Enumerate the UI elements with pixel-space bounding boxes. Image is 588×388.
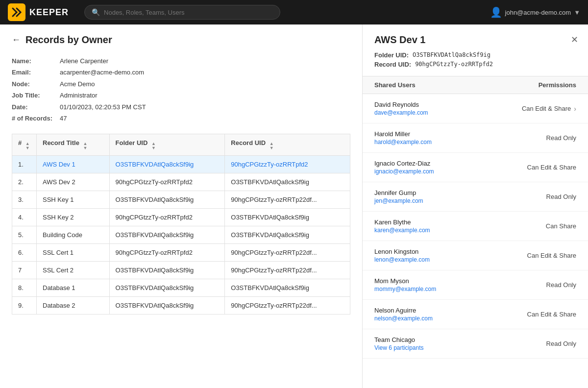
cell-num: 2. xyxy=(12,173,37,191)
shared-users-label: Shared Users xyxy=(374,81,416,89)
table-row[interactable]: 7SSL Cert 2O3STBFKVDAtlQa8ckSf9ig90hgCPG… xyxy=(12,262,350,279)
col-num[interactable]: # ▲▼ xyxy=(12,134,37,156)
record-uid-label: Record UID: xyxy=(374,61,411,68)
user-info: Jennifer Gumpjen@example.com xyxy=(374,189,423,204)
user-info: Ignacio Cortez-Diazignacio@example.com xyxy=(374,160,434,175)
cell-title: Database 1 xyxy=(37,279,110,297)
cell-folder-uid: O3STBFKVDAtlQa8ckSf9ig xyxy=(109,262,225,279)
shared-user-row[interactable]: Mom Mysonmommy@example.comRead Only xyxy=(363,270,588,300)
user-email: jen@example.com xyxy=(374,197,423,204)
cell-record-uid: 90hgCPGtzzTy-ozRRTp22df... xyxy=(225,191,350,209)
cell-record-uid: 90hgCPGtzzTy-ozRRTp22df... xyxy=(225,297,350,315)
user-name: Nelson Aguirre xyxy=(374,307,433,314)
permission-label: Read Only xyxy=(546,281,576,289)
shared-user-row[interactable]: Nelson Aguirrenelson@example.comCan Edit… xyxy=(363,300,588,329)
user-name: Ignacio Cortez-Diaz xyxy=(374,160,434,167)
global-search-bar[interactable]: 🔍 xyxy=(84,5,280,20)
chevron-down-icon: ▼ xyxy=(574,9,580,16)
cell-title[interactable]: AWS Dev 1 xyxy=(37,156,110,173)
table-header: # ▲▼ Record Title ▲▼ Folder UID ▲▼ Recor… xyxy=(12,134,350,156)
user-name: Karen Blythe xyxy=(374,218,430,226)
user-menu[interactable]: 👤 john@acme-demo.com ▼ xyxy=(490,6,580,18)
meta-node-row: Node: Acme Demo xyxy=(12,78,350,90)
permission-label: Read Only xyxy=(546,193,576,200)
cell-num: 8. xyxy=(12,279,37,297)
chevron-right-icon: › xyxy=(574,105,576,113)
node-value: Acme Demo xyxy=(60,78,95,90)
permissions-label: Permissions xyxy=(539,81,576,89)
folder-uid-label: Folder UID: xyxy=(374,51,409,59)
user-email: nelson@example.com xyxy=(374,315,433,322)
col-record-uid[interactable]: Record UID ▲▼ xyxy=(225,134,350,156)
permission-label: Can Edit & Share xyxy=(527,311,576,318)
close-button[interactable]: ✕ xyxy=(569,32,580,47)
shared-user-row[interactable]: Ignacio Cortez-Diazignacio@example.comCa… xyxy=(363,153,588,182)
shared-user-row[interactable]: Harold Millerharold@example.comRead Only xyxy=(363,123,588,153)
shared-user-row[interactable]: David Reynoldsdave@example.comCan Edit &… xyxy=(363,94,588,123)
records-count-value: 47 xyxy=(60,113,67,124)
folder-uid-row: Folder UID: O3STBFKVDAtlQa8ckSf9ig xyxy=(374,51,576,59)
cell-record-uid: O3STBFKVDAtlQa8ckSf9ig xyxy=(225,279,350,297)
table-body: 1.AWS Dev 1O3STBFKVDAtlQa8ckSf9ig90hgCPG… xyxy=(12,156,350,315)
record-uid-value: 90hgCPGtzzTy-ozRRTpfd2 xyxy=(415,61,493,68)
user-name: Mom Myson xyxy=(374,277,436,285)
meta-records-row: # of Records: 47 xyxy=(12,113,350,124)
cell-folder-uid: 90hgCPGtzzTy-ozRRTpfd2 xyxy=(109,209,225,226)
user-name: Team Chicago xyxy=(374,336,424,343)
permission-area: Can Share xyxy=(546,222,576,230)
meta-date-row: Date: 01/10/2023, 02:20:53 PM CST xyxy=(12,101,350,113)
shared-user-row[interactable]: Lenon Kingstonlenon@example.comCan Edit … xyxy=(363,241,588,270)
table-row[interactable]: 4.SSH Key 290hgCPGtzzTy-ozRRTpfd2O3STBFK… xyxy=(12,209,350,226)
keeper-logo xyxy=(8,3,25,21)
table-row[interactable]: 9.Database 2O3STBFKVDAtlQa8ckSf9ig90hgCP… xyxy=(12,297,350,315)
table-row[interactable]: 5.Building CodeO3STBFKVDAtlQa8ckSf9igO3S… xyxy=(12,226,350,244)
cell-num: 3. xyxy=(12,191,37,209)
shared-user-row[interactable]: Team ChicagoView 6 participantsRead Only xyxy=(363,329,588,359)
folder-uid-value: O3STBFKVDAtlQa8ckSf9ig xyxy=(413,51,490,59)
search-input[interactable] xyxy=(104,9,273,16)
right-panel: AWS Dev 1 ✕ Folder UID: O3STBFKVDAtlQa8c… xyxy=(363,24,588,388)
user-info: Lenon Kingstonlenon@example.com xyxy=(374,248,430,263)
user-name: Jennifer Gump xyxy=(374,189,423,196)
cell-folder-uid: O3STBFKVDAtlQa8ckSf9ig xyxy=(109,279,225,297)
user-email: mommy@example.com xyxy=(374,286,436,292)
owner-metadata: Name: Arlene Carpenter Email: acarpenter… xyxy=(12,55,350,124)
cell-folder-uid: 90hgCPGtzzTy-ozRRTpfd2 xyxy=(109,173,225,191)
col-folder-uid[interactable]: Folder UID ▲▼ xyxy=(109,134,225,156)
shared-user-row[interactable]: Jennifer Gumpjen@example.comRead Only xyxy=(363,182,588,212)
permission-label: Can Share xyxy=(546,222,576,230)
shared-users-panel: Shared Users Permissions David Reynoldsd… xyxy=(363,76,588,388)
cell-record-uid: O3STBFKVDAtlQa8ckSf9ig xyxy=(225,173,350,191)
table-row[interactable]: 6.SSL Cert 190hgCPGtzzTy-ozRRTpfd290hgCP… xyxy=(12,244,350,262)
permission-label: Can Edit & Share xyxy=(527,252,576,259)
user-account-icon: 👤 xyxy=(490,6,502,18)
cell-title: AWS Dev 2 xyxy=(37,173,110,191)
cell-title: Database 2 xyxy=(37,297,110,315)
cell-title: SSL Cert 1 xyxy=(37,244,110,262)
table-row[interactable]: 3.SSH Key 1O3STBFKVDAtlQa8ckSf9ig90hgCPG… xyxy=(12,191,350,209)
col-title[interactable]: Record Title ▲▼ xyxy=(37,134,110,156)
back-button[interactable]: ← xyxy=(12,35,21,45)
meta-jobtitle-row: Job Title: Administrator xyxy=(12,90,350,101)
search-icon: 🔍 xyxy=(92,8,100,16)
cell-title: SSH Key 1 xyxy=(37,191,110,209)
cell-folder-uid: O3STBFKVDAtlQa8ckSf9ig xyxy=(109,226,225,244)
permission-area: Can Edit & Share xyxy=(527,252,576,259)
permission-label: Read Only xyxy=(546,340,576,347)
email-value: acarpenter@acme-demo.com xyxy=(60,67,144,78)
table-row[interactable]: 2.AWS Dev 290hgCPGtzzTy-ozRRTpfd2O3STBFK… xyxy=(12,173,350,191)
shared-user-row[interactable]: Karen Blythekaren@example.comCan Share xyxy=(363,212,588,241)
permission-area: Can Edit & Share› xyxy=(522,105,576,113)
user-info: Mom Mysonmommy@example.com xyxy=(374,277,436,292)
cell-num: 1. xyxy=(12,156,37,173)
user-name: Harold Miller xyxy=(374,130,432,138)
cell-num: 4. xyxy=(12,209,37,226)
table-row[interactable]: 8.Database 1O3STBFKVDAtlQa8ckSf9igO3STBF… xyxy=(12,279,350,297)
name-label: Name: xyxy=(12,55,56,67)
table-row[interactable]: 1.AWS Dev 1O3STBFKVDAtlQa8ckSf9ig90hgCPG… xyxy=(12,156,350,173)
user-email: dave@example.com xyxy=(374,109,428,116)
name-value: Arlene Carpenter xyxy=(60,55,108,67)
left-panel: ← Records by Owner Name: Arlene Carpente… xyxy=(0,24,363,388)
user-email: harold@example.com xyxy=(374,139,432,146)
user-info: Karen Blythekaren@example.com xyxy=(374,218,430,234)
